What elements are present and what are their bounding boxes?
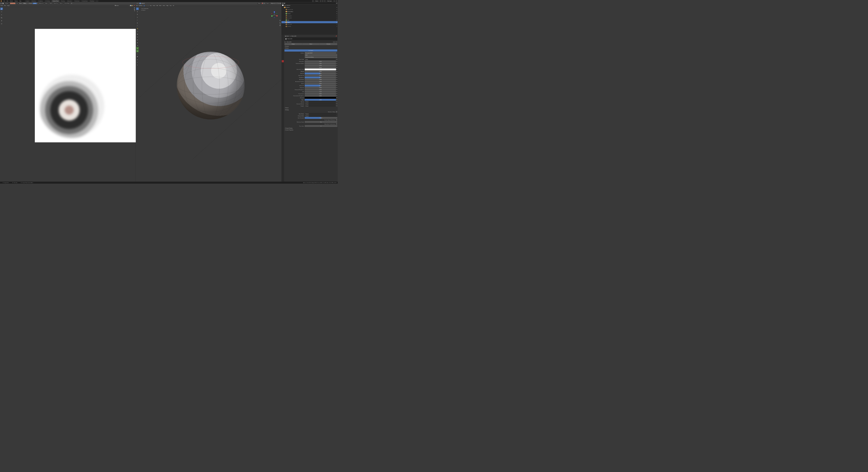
tab-rendering[interactable]: Rendering bbox=[73, 0, 81, 2]
link-dot[interactable] bbox=[336, 81, 337, 82]
material-name-field[interactable]: Material.001 bbox=[286, 41, 333, 42]
image-canvas[interactable] bbox=[3, 7, 133, 182]
prop-value[interactable]: 0.500 bbox=[305, 117, 337, 119]
link-dot[interactable] bbox=[336, 71, 337, 72]
checkbox[interactable] bbox=[336, 119, 337, 121]
prop-value[interactable]: 0.500 bbox=[305, 85, 336, 87]
gizmo-toggle-icon[interactable]: ⊕▾ bbox=[271, 3, 272, 4]
assign-button[interactable]: Assign bbox=[284, 43, 302, 45]
ptab-mesh[interactable] bbox=[282, 58, 284, 60]
ptab-output[interactable] bbox=[282, 37, 284, 39]
link-dot[interactable] bbox=[336, 67, 337, 68]
zoom-icon[interactable]: 🔍 bbox=[280, 20, 281, 21]
prop-value[interactable] bbox=[305, 68, 336, 70]
outliner-item[interactable]: ▸ Light👁 bbox=[281, 19, 338, 21]
proportional-icon[interactable]: ◯▾ bbox=[264, 3, 265, 4]
vtool-bevel[interactable]: ◢ bbox=[136, 38, 139, 41]
prop-value[interactable]: 0.030 bbox=[305, 89, 336, 91]
vp-edge-menu[interactable]: Edge bbox=[166, 5, 168, 6]
options-dropdown[interactable]: Options bbox=[266, 3, 270, 4]
tab-sculpting[interactable]: Sculpting bbox=[37, 0, 44, 2]
viewport-canvas[interactable]: User Orthographic (1) Sphere bbox=[139, 7, 281, 182]
select-icon-3[interactable]: ▦ bbox=[143, 3, 144, 4]
persp-ortho-icon[interactable]: ▦ bbox=[280, 25, 281, 26]
image-open-icon[interactable]: 📂 bbox=[131, 5, 133, 6]
outliner-scene-collection[interactable]: Scene Collection bbox=[281, 4, 338, 6]
prop-value[interactable]: Default bbox=[305, 101, 336, 103]
link-dot[interactable] bbox=[336, 89, 337, 90]
brushtip-dropdown[interactable]: Brush Tip bbox=[53, 3, 59, 4]
outliner-item[interactable]: ▸ trial3.001👁 bbox=[281, 25, 338, 27]
tab-uv-editing[interactable]: UV Editing bbox=[44, 0, 51, 2]
prop-value[interactable]: 0.500 bbox=[305, 77, 336, 79]
xray-icon[interactable]: ◫ bbox=[274, 3, 275, 4]
prop-value[interactable]: Opaque bbox=[305, 115, 337, 117]
vtool-select[interactable]: ▭ bbox=[136, 7, 139, 10]
scene-del-icon[interactable] bbox=[322, 0, 323, 2]
vp-uv-menu[interactable]: UV bbox=[173, 5, 174, 6]
vtool-edgeslide[interactable]: ⇄ bbox=[136, 55, 139, 58]
prop-value[interactable]: 1.000 bbox=[305, 62, 336, 64]
uv-toggle-icon[interactable]: ◧ bbox=[134, 7, 135, 8]
prop-value[interactable]: hitomi bbox=[305, 58, 336, 60]
radius-value[interactable]: 36 px bbox=[22, 3, 27, 4]
pin-icon[interactable]: 📌 bbox=[336, 35, 337, 36]
shading-wire-icon[interactable]: ◯ bbox=[276, 3, 276, 4]
link-dot[interactable] bbox=[336, 61, 337, 62]
vp-add-menu[interactable]: Add bbox=[156, 5, 158, 6]
ptab-texture[interactable] bbox=[282, 62, 284, 64]
link-dot[interactable] bbox=[336, 69, 337, 70]
prop-value[interactable]: 0.000 bbox=[305, 70, 336, 72]
ptab-material[interactable] bbox=[282, 60, 284, 62]
vtool-polybuild[interactable]: ▲ bbox=[136, 47, 139, 50]
channels-icon[interactable]: ▦ bbox=[134, 9, 135, 10]
prop-value[interactable]: 0.000 bbox=[305, 81, 336, 83]
strength-value[interactable]: 1.000 bbox=[33, 3, 37, 4]
panel-custom-props[interactable]: Custom Properties bbox=[284, 129, 337, 131]
vtool-measure[interactable]: 📏 bbox=[136, 27, 139, 30]
outliner-item[interactable]: ▸ Sphere.001👁 bbox=[281, 23, 338, 25]
outliner-item[interactable]: ▸ default.002👁 bbox=[281, 17, 338, 19]
outliner-item[interactable]: ▸ BSurfaceMesh👁 bbox=[281, 11, 338, 13]
mode-dropdown[interactable]: Edit Mode bbox=[138, 5, 143, 6]
tool-clone[interactable] bbox=[0, 17, 3, 19]
link-dot[interactable] bbox=[336, 79, 337, 80]
prop-value[interactable]: Default bbox=[305, 105, 336, 107]
link-dot[interactable] bbox=[336, 104, 337, 104]
outliner-type-icon[interactable]: ☰▾ bbox=[282, 3, 283, 4]
ptab-constraints[interactable] bbox=[282, 56, 284, 58]
link-dot[interactable] bbox=[336, 91, 337, 92]
outliner-filter-icon[interactable]: ⚙ bbox=[336, 3, 337, 4]
prop-value[interactable] bbox=[305, 97, 336, 98]
sel-mode-edge-icon[interactable]: ▭ bbox=[146, 5, 147, 6]
select-icon-4[interactable]: ⊞ bbox=[144, 3, 145, 4]
link-dot[interactable] bbox=[336, 63, 337, 64]
pen-pressure-icon[interactable]: ✎ bbox=[27, 3, 28, 4]
link-dot[interactable] bbox=[336, 85, 337, 86]
paint-menu[interactable]: Paint bbox=[1, 5, 3, 6]
select-icon-1[interactable]: ◨ bbox=[140, 3, 141, 4]
brush-preview-icon[interactable]: ⬤▾ bbox=[2, 3, 4, 4]
vtool-spin[interactable]: ◉ bbox=[136, 50, 139, 52]
ptab-render[interactable] bbox=[282, 35, 284, 37]
tab-layout[interactable]: Layout bbox=[25, 0, 30, 2]
ptab-world[interactable] bbox=[282, 44, 284, 46]
checkbox[interactable] bbox=[336, 111, 337, 112]
editor-type-icon[interactable]: 🖌▾ bbox=[0, 3, 2, 4]
vtool-inset[interactable]: ◫ bbox=[136, 36, 139, 38]
vtool-add-cube[interactable]: ❒ bbox=[136, 30, 139, 33]
select-icon-2[interactable]: ◧ bbox=[142, 3, 143, 4]
vtool-knife[interactable]: 🔪 bbox=[136, 44, 139, 47]
sss-method-dropdown[interactable]: Christensen-Burley bbox=[305, 56, 337, 58]
tab-compositing[interactable]: Compositing bbox=[81, 0, 89, 2]
vtool-shrink[interactable]: ⇲ bbox=[136, 58, 139, 61]
image-users-icon[interactable]: ◻ bbox=[129, 5, 130, 6]
camera-icon[interactable]: 📷 bbox=[280, 23, 281, 24]
prop-value[interactable]: 0.500 bbox=[305, 72, 336, 75]
mode-icon[interactable]: ▣ bbox=[136, 5, 137, 6]
scene-field[interactable]: Scene bbox=[314, 0, 319, 2]
prop-value[interactable]: 0.200 bbox=[305, 64, 336, 66]
shading-matprev-icon[interactable]: ◐ bbox=[279, 3, 280, 4]
prop-value[interactable]: 1.000 bbox=[305, 99, 336, 101]
scene-browse-icon[interactable] bbox=[312, 0, 314, 2]
